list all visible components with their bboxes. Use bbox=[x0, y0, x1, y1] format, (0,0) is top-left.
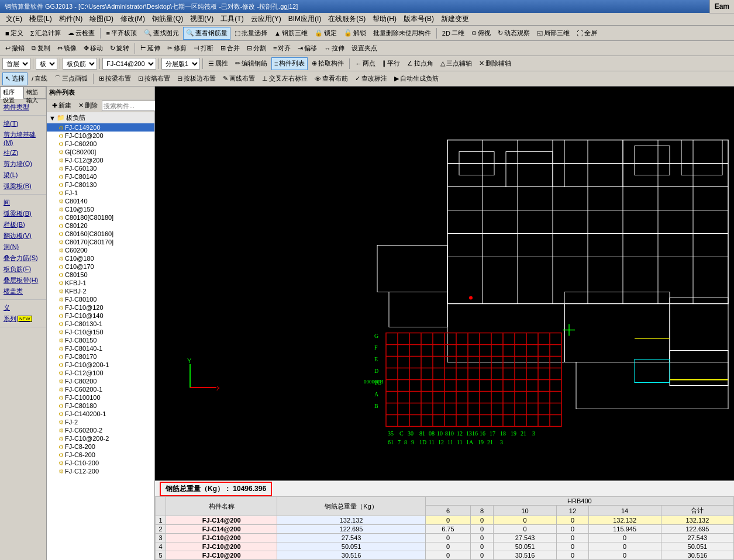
list-item-15[interactable]: ⚙ C60200 bbox=[47, 246, 154, 254]
btn-cross-annot[interactable]: ⊥ 交叉左右标注 bbox=[259, 72, 311, 85]
btn-arc[interactable]: ⌒ 三点画弧 bbox=[51, 72, 91, 85]
list-item-33[interactable]: ⚙ FJ-C100100 bbox=[47, 393, 154, 402]
btn-mirror[interactable]: ⇔ 镜像 bbox=[54, 42, 80, 55]
list-item-28[interactable]: ⚙ FJ-C80170 bbox=[47, 352, 154, 361]
btn-rebar-3d[interactable]: ▲ 钢筋三维 bbox=[271, 27, 311, 40]
btn-lock[interactable]: 🔒 锁定 bbox=[312, 27, 340, 40]
btn-place-wall[interactable]: ⊡ 按墙布置 bbox=[135, 72, 173, 85]
nav-series-new[interactable]: 系列NEW bbox=[2, 313, 44, 324]
nav-composite-band[interactable]: 叠层板带(H) bbox=[2, 275, 44, 286]
btn-align-top[interactable]: ≡ 平齐板顶 bbox=[103, 27, 139, 40]
nav-flip-slab[interactable]: 翻边板(V) bbox=[2, 230, 44, 241]
list-item-41[interactable]: ⚙ FJ-C10-200 bbox=[47, 459, 154, 467]
btn-parallel[interactable]: ∥ 平行 bbox=[380, 57, 403, 70]
list-item-19[interactable]: ⚙ KFBJ-1 bbox=[47, 279, 154, 287]
list-item-7[interactable]: ⚙ FJ-C80130 bbox=[47, 181, 154, 189]
list-item-37[interactable]: ⚙ FJ-C60200-2 bbox=[47, 426, 154, 434]
list-item-25[interactable]: ⚙ FJ-C10@150 bbox=[47, 328, 154, 336]
list-item-12[interactable]: ⚙ C80120 bbox=[47, 222, 154, 230]
floor-select[interactable]: 首层 bbox=[2, 58, 30, 70]
list-item-42[interactable]: ⚙ FJ-C12-200 bbox=[47, 467, 154, 475]
nav-neg-rebar[interactable]: 板负筋(F) bbox=[2, 264, 44, 275]
list-item-22[interactable]: ⚙ FJ-C10@120 bbox=[47, 303, 154, 312]
list-item-21[interactable]: ⚙ FJ-C80100 bbox=[47, 295, 154, 303]
btn-place-slab-edge[interactable]: ⊟ 按板边布置 bbox=[174, 72, 219, 85]
rebar-type-select[interactable]: 板负筋 bbox=[63, 58, 97, 70]
list-item-8[interactable]: ⚙ FJ-1 bbox=[47, 189, 154, 197]
list-item-9[interactable]: ⚙ C80140 bbox=[47, 197, 154, 205]
tab-rebar-input[interactable]: 钢筋输入 bbox=[23, 87, 47, 99]
table-row[interactable]: 2 FJ-C14@200 122.695 6.75 0 0 0 115.945 … bbox=[156, 525, 734, 534]
btn-two-point[interactable]: ← 两点 bbox=[352, 57, 378, 70]
btn-new-comp[interactable]: ✚ 新建 bbox=[49, 99, 74, 112]
btn-del-aux[interactable]: ✕ 删除辅轴 bbox=[476, 57, 514, 70]
table-row[interactable]: 4 FJ-C10@200 50.051 0 0 50.051 0 0 50.05… bbox=[156, 542, 734, 551]
nav-shear-wall-found[interactable]: 剪力墙基础(M) bbox=[2, 129, 44, 147]
btn-check-annot[interactable]: ✓ 查改标注 bbox=[352, 72, 390, 85]
nav-col[interactable]: 柱(Z) bbox=[2, 147, 44, 158]
btn-offset[interactable]: ⇥ 偏移 bbox=[295, 42, 320, 55]
btn-2d[interactable]: 2D 二维 bbox=[439, 27, 467, 40]
btn-batch-del[interactable]: 批量删除未使用构件 bbox=[370, 27, 434, 40]
list-item-14[interactable]: ⚙ C80170[C80170] bbox=[47, 238, 154, 246]
btn-move[interactable]: ✥ 移动 bbox=[81, 42, 106, 55]
btn-dynamic-obs[interactable]: ↻ 动态观察 bbox=[495, 27, 533, 40]
btn-calc[interactable]: Σ 汇总计算 bbox=[27, 27, 64, 40]
btn-copy[interactable]: ⧉ 复制 bbox=[29, 42, 53, 55]
menu-cloud[interactable]: 云应用(Y) bbox=[247, 13, 285, 25]
list-item-35[interactable]: ⚙ FJ-C140200-1 bbox=[47, 410, 154, 418]
comp-type-select[interactable]: 板 bbox=[36, 58, 57, 70]
list-item-27[interactable]: ⚙ FJ-C80140-1 bbox=[47, 344, 154, 352]
btn-line[interactable]: / 直线 bbox=[29, 72, 50, 85]
menu-floor[interactable]: 楼层(L) bbox=[26, 13, 56, 25]
nav-composite-rebar[interactable]: 叠合力筋(S) bbox=[2, 253, 44, 264]
list-item-16[interactable]: ⚙ C10@180 bbox=[47, 254, 154, 262]
menu-new-change[interactable]: 新建变更 bbox=[437, 13, 473, 25]
canvas-area[interactable]: G F E D 1C A B 35 C 30 81 08 10 810 bbox=[155, 87, 734, 480]
btn-place-beam[interactable]: ⊞ 按梁布置 bbox=[96, 72, 134, 85]
btn-three-aux[interactable]: △ 三点辅轴 bbox=[437, 57, 475, 70]
btn-rotate[interactable]: ↻ 旋转 bbox=[107, 42, 132, 55]
btn-local-3d[interactable]: ◱ 局部三维 bbox=[534, 27, 573, 40]
btn-edit-rebar[interactable]: ✏ 编辑钢筋 bbox=[232, 57, 270, 70]
btn-stretch[interactable]: ↔ 拉伸 bbox=[321, 42, 347, 55]
btn-break[interactable]: ⊣ 打断 bbox=[191, 42, 216, 55]
btn-merge[interactable]: ⊞ 合并 bbox=[218, 42, 243, 55]
list-item-6[interactable]: ⚙ FJ-C80140 bbox=[47, 172, 154, 181]
list-item-36[interactable]: ⚙ FJ-2 bbox=[47, 418, 154, 426]
nav-arc-slab2[interactable]: 弧梁板(B) bbox=[2, 208, 44, 219]
btn-undo[interactable]: ↩ 撤销 bbox=[2, 42, 27, 55]
btn-draw-line[interactable]: ✎ 画线布置 bbox=[220, 72, 258, 85]
btn-unlock[interactable]: 🔓 解锁 bbox=[341, 27, 369, 40]
btn-pick-comp[interactable]: ⊕ 拾取构件 bbox=[309, 57, 347, 70]
nav-wall[interactable]: 墙(T) bbox=[2, 118, 44, 129]
btn-top-view[interactable]: ⊙ 俯视 bbox=[468, 27, 494, 40]
list-item-30[interactable]: ⚙ FJ-C12@100 bbox=[47, 369, 154, 377]
list-item-5[interactable]: ⚙ FJ-C60130 bbox=[47, 164, 154, 172]
list-item-23[interactable]: ⚙ FJ-C10@140 bbox=[47, 312, 154, 320]
list-item-34[interactable]: ⚙ FJ-C80180 bbox=[47, 402, 154, 410]
list-item-20[interactable]: ⚙ KFBJ-2 bbox=[47, 287, 154, 295]
menu-bim[interactable]: BIM应用(I) bbox=[285, 13, 325, 25]
list-item-38[interactable]: ⚙ FJ-C10@200-2 bbox=[47, 434, 154, 443]
btn-trim[interactable]: ✂ 修剪 bbox=[164, 42, 189, 55]
menu-tools[interactable]: 工具(T) bbox=[217, 13, 247, 25]
btn-define[interactable]: ■ 定义 bbox=[2, 27, 26, 40]
btn-grip[interactable]: 设置夹点 bbox=[349, 42, 380, 55]
btn-select[interactable]: ↖ 选择 bbox=[2, 72, 27, 85]
list-item-18[interactable]: ⚙ C80150 bbox=[47, 271, 154, 279]
list-item-0[interactable]: ⚙ FJ-C149200 bbox=[47, 123, 154, 132]
table-row[interactable]: 3 FJ-C10@200 27.543 0 0 27.543 0 0 27.54… bbox=[156, 534, 734, 542]
btn-pull-angle[interactable]: ∠ 拉点角 bbox=[404, 57, 436, 70]
menu-version[interactable]: 版本号(B) bbox=[400, 13, 437, 25]
menu-draw[interactable]: 绘图(D) bbox=[86, 13, 117, 25]
menu-rebar[interactable]: 钢筋量(Q) bbox=[149, 13, 187, 25]
list-item-10[interactable]: ⚙ C10@150 bbox=[47, 205, 154, 213]
list-item-4[interactable]: ⚙ FJ-C12@200 bbox=[47, 156, 154, 164]
nav-shear-wall[interactable]: 剪力墙(Q) bbox=[2, 158, 44, 170]
menu-comp[interactable]: 构件(N) bbox=[56, 13, 87, 25]
menu-file[interactable]: 文(E) bbox=[2, 13, 26, 25]
menu-modify[interactable]: 修改(M) bbox=[117, 13, 149, 25]
btn-auto-neg[interactable]: ▶ 自动生成负筋 bbox=[391, 72, 442, 85]
list-item-13[interactable]: ⚙ C80160[C80160] bbox=[47, 230, 154, 238]
